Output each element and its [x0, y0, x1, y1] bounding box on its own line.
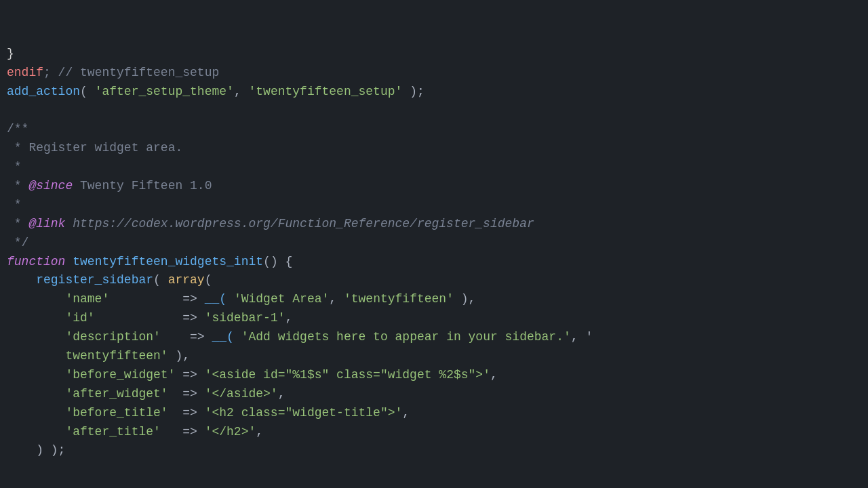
token: register_sidebar: [7, 273, 153, 287]
token: twentyfifteen': [7, 349, 168, 363]
token: 'after_setup_theme': [95, 85, 234, 98]
code-block: }endif; // twentyfifteen_setupadd_action…: [0, 0, 868, 467]
token: 'before_widget': [7, 368, 175, 382]
token: 'after_title': [7, 425, 161, 439]
line-content: 'description' => __( 'Add widgets here t…: [7, 328, 868, 347]
token: @link: [28, 217, 65, 230]
token: '</h2>': [205, 425, 256, 439]
token: 'twentyfifteen': [344, 292, 454, 306]
code-line: twentyfifteen' ),: [0, 347, 868, 366]
code-line: *: [0, 196, 868, 215]
line-content: * @link https://codex.wordpress.org/Func…: [7, 215, 868, 234]
token: =>: [95, 311, 205, 325]
token: __(: [205, 292, 226, 306]
code-line: 'before_widget' => '<aside id="%1$s" cla…: [0, 366, 868, 385]
code-line: }: [0, 45, 868, 64]
code-line: /**: [0, 120, 868, 139]
token: }: [7, 47, 14, 60]
token: ,: [285, 311, 292, 325]
code-line: * @link https://codex.wordpress.org/Func…: [0, 215, 868, 234]
token: *: [7, 217, 28, 230]
line-content: twentyfifteen' ),: [7, 347, 868, 366]
token: 'description': [7, 330, 161, 344]
token: ,: [490, 368, 498, 382]
token: endif: [7, 66, 43, 79]
token: ),: [168, 349, 190, 363]
line-content: [7, 101, 868, 120]
token: */: [7, 236, 28, 249]
line-content: *: [7, 158, 868, 177]
token: (: [205, 273, 212, 287]
token: =>: [109, 292, 204, 306]
token: __(: [212, 330, 233, 344]
token: https://codex.wordpress.org/Function_Ref…: [65, 217, 534, 230]
token: , ': [571, 330, 593, 344]
token: ,: [256, 425, 263, 439]
token: *: [7, 179, 28, 192]
token: =>: [168, 406, 205, 420]
token: ,: [234, 85, 249, 98]
token: array: [168, 273, 205, 287]
token: 'name': [7, 292, 109, 306]
token: (: [80, 85, 95, 98]
token: ,: [278, 387, 285, 401]
line-content: * @since Twenty Fifteen 1.0: [7, 177, 868, 196]
code-line: 'description' => __( 'Add widgets here t…: [0, 328, 868, 347]
token: *: [7, 160, 22, 174]
token: 'Add widgets here to appear in your side…: [241, 330, 571, 344]
token: 'twentyfifteen_setup': [248, 85, 402, 98]
token: [226, 292, 234, 306]
token: [234, 330, 241, 344]
token: =>: [168, 387, 205, 401]
token: ) );: [7, 443, 65, 457]
line-content: add_action( 'after_setup_theme', 'twenty…: [7, 83, 868, 102]
token: '<aside id="%1$s" class="widget %2$s">': [205, 368, 490, 382]
code-line: */: [0, 234, 868, 253]
line-content: endif; // twentyfifteen_setup: [7, 64, 868, 83]
code-line: 'id' => 'sidebar-1',: [0, 309, 868, 328]
line-content: */: [7, 234, 868, 253]
token: 'Widget Area': [234, 292, 329, 306]
token: ,: [402, 406, 410, 420]
token: 'sidebar-1': [205, 311, 285, 325]
token: ,: [329, 292, 344, 306]
token: 'after_widget': [7, 387, 168, 401]
token: () {: [263, 255, 292, 268]
token: twentyfifteen_widgets_init: [65, 255, 263, 268]
token: '<h2 class="widget-title">': [205, 406, 403, 420]
token: );: [402, 85, 424, 98]
line-content: ) );: [7, 441, 868, 460]
token: =>: [161, 425, 205, 439]
token: /**: [7, 122, 28, 136]
token: ; // twentyfifteen_setup: [43, 66, 219, 79]
line-content: 'after_widget' => '</aside>',: [7, 385, 868, 404]
line-content: 'id' => 'sidebar-1',: [7, 309, 868, 328]
token: * Register widget area.: [7, 141, 182, 155]
token: 'id': [7, 311, 95, 325]
token: (: [153, 273, 168, 287]
code-line: [0, 101, 868, 120]
code-line: register_sidebar( array(: [0, 271, 868, 290]
line-content: /**: [7, 120, 868, 139]
line-content: *: [7, 196, 868, 215]
code-line: *: [0, 158, 868, 177]
token: =>: [161, 330, 212, 344]
token: =>: [175, 368, 204, 382]
code-line: ) );: [0, 441, 868, 460]
code-line: function twentyfifteen_widgets_init() {: [0, 253, 868, 272]
code-line: add_action( 'after_setup_theme', 'twenty…: [0, 83, 868, 102]
line-content: register_sidebar( array(: [7, 271, 868, 290]
code-line: 'before_title' => '<h2 class="widget-tit…: [0, 404, 868, 423]
code-line: * Register widget area.: [0, 139, 868, 158]
token: '</aside>': [205, 387, 278, 401]
line-content: * Register widget area.: [7, 139, 868, 158]
line-content: }: [7, 45, 868, 64]
line-content: 'before_widget' => '<aside id="%1$s" cla…: [7, 366, 868, 385]
token: ),: [454, 292, 475, 306]
line-content: 'after_title' => '</h2>',: [7, 423, 868, 442]
token: @since: [28, 179, 73, 192]
token: function: [7, 255, 65, 268]
code-line: endif; // twentyfifteen_setup: [0, 64, 868, 83]
code-line: 'name' => __( 'Widget Area', 'twentyfift…: [0, 290, 868, 309]
line-content: 'before_title' => '<h2 class="widget-tit…: [7, 404, 868, 423]
